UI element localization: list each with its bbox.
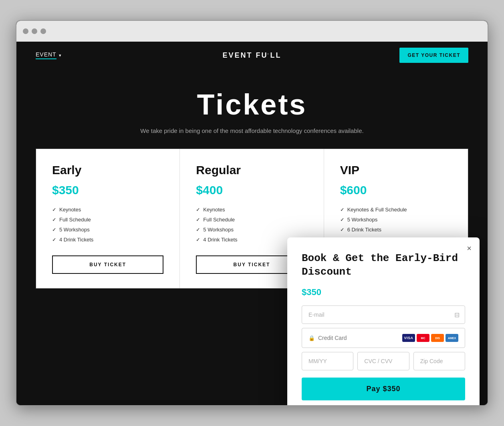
modal-overlay: × Book & Get the Early-Bird Discount $35… <box>16 42 488 405</box>
email-field-wrapper: ⊟ <box>302 305 465 324</box>
lock-icon: 🔒 <box>308 335 315 341</box>
card-logos: VISA MC DIS AMEX <box>402 334 458 342</box>
discover-logo: DIS <box>431 334 444 342</box>
traffic-light-red[interactable] <box>23 28 28 34</box>
zip-input[interactable] <box>413 352 465 370</box>
traffic-light-green[interactable] <box>40 28 46 34</box>
booking-form: ⊟ 🔒 VISA MC DIS AMEX <box>302 305 465 400</box>
email-icon: ⊟ <box>454 311 460 319</box>
card-details-row <box>302 352 465 370</box>
credit-card-input[interactable] <box>318 335 399 341</box>
modal-price: $350 <box>302 287 465 297</box>
email-input[interactable] <box>302 305 465 324</box>
credit-card-field-wrapper: 🔒 VISA MC DIS AMEX <box>302 328 465 348</box>
browser-content: EVENT ▾ EVENT FU○LL GET YOUR TICKET Tick… <box>16 42 488 405</box>
modal-title: Book & Get the Early-Bird Discount <box>302 252 465 279</box>
visa-logo: VISA <box>402 334 415 342</box>
browser-window: EVENT ▾ EVENT FU○LL GET YOUR TICKET Tick… <box>16 20 488 406</box>
browser-chrome <box>16 21 488 42</box>
amex-logo: AMEX <box>446 334 458 342</box>
mastercard-logo: MC <box>417 334 429 342</box>
expiry-input[interactable] <box>302 352 353 370</box>
modal-close-button[interactable]: × <box>467 244 472 253</box>
booking-modal: × Book & Get the Early-Bird Discount $35… <box>287 237 480 406</box>
pay-button[interactable]: Pay $350 <box>302 378 465 400</box>
cvc-input[interactable] <box>357 352 409 370</box>
traffic-light-yellow[interactable] <box>32 28 37 34</box>
